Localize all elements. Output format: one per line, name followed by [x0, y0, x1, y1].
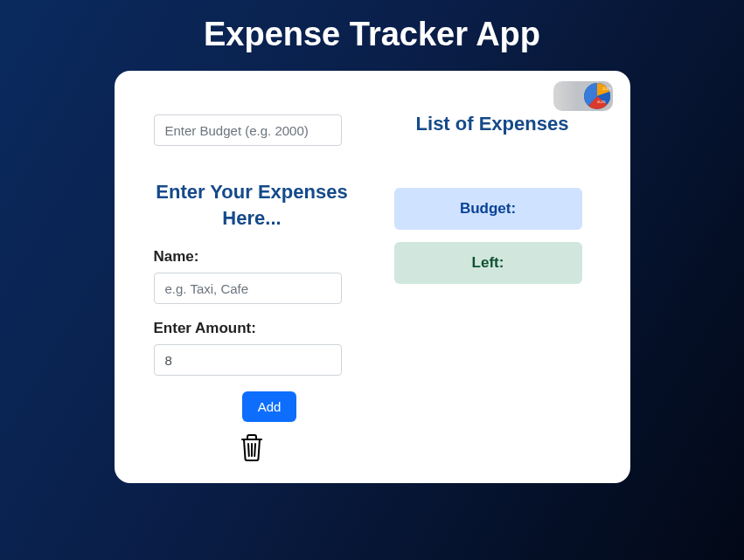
svg-line-3 — [248, 444, 249, 456]
name-label: Name: — [154, 248, 351, 266]
budget-input[interactable] — [154, 114, 342, 146]
pie-chart-icon: 12.1% 41.2% — [583, 82, 611, 110]
name-field-group: Name: — [154, 248, 351, 304]
expenses-form-heading: Enter Your Expenses Here... — [154, 179, 351, 231]
trash-icon[interactable] — [239, 432, 265, 466]
amount-field-group: Enter Amount: — [154, 320, 351, 376]
budget-summary-box: Budget: — [394, 188, 582, 230]
svg-text:12.1%: 12.1% — [602, 87, 611, 91]
main-card: 12.1% 41.2% Enter Your Expenses Here... … — [115, 71, 630, 483]
add-button[interactable]: Add — [242, 391, 297, 422]
amount-label: Enter Amount: — [154, 320, 351, 337]
left-column: Enter Your Expenses Here... Name: Enter … — [154, 114, 351, 466]
expense-name-input[interactable] — [154, 273, 342, 304]
expense-amount-input[interactable] — [154, 344, 342, 376]
svg-line-5 — [254, 444, 255, 456]
expenses-list-heading: List of Expenses — [394, 113, 591, 135]
app-title: Expense Tracker App — [0, 16, 744, 53]
left-summary-box: Left: — [394, 242, 582, 284]
svg-text:41.2%: 41.2% — [597, 100, 606, 104]
right-column: List of Expenses Budget: Left: — [394, 114, 591, 466]
pie-chart-badge: 12.1% 41.2% — [553, 81, 613, 111]
